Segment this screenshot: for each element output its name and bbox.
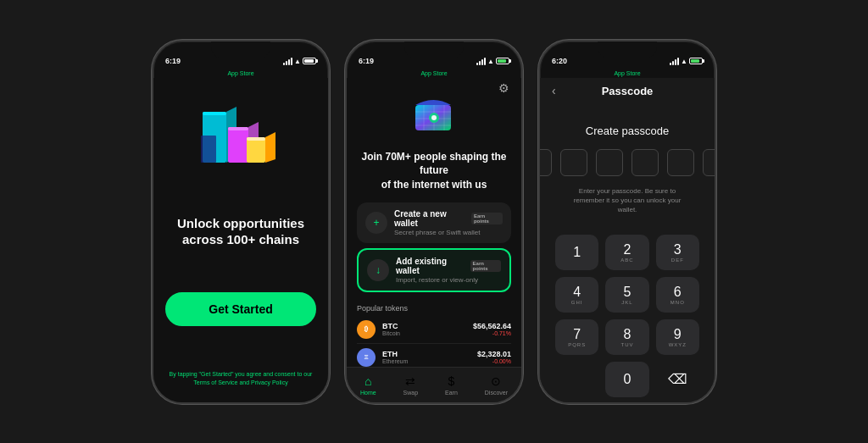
- numpad-empty: [555, 362, 598, 397]
- svg-rect-1: [203, 112, 226, 115]
- terms-text: By tapping "Get Started" you agree and c…: [165, 370, 316, 387]
- time-1: 6:19: [165, 57, 181, 65]
- status-icons-2: ▲: [476, 58, 509, 65]
- discover-icon: ⊙: [491, 374, 501, 388]
- crypto-logo: [194, 95, 287, 171]
- btc-price: $56,562.64 -0.71%: [473, 322, 511, 336]
- num-key-3[interactable]: 3 DEF: [656, 235, 699, 270]
- passcode-hint: Enter your passcode. Be sure to remember…: [552, 186, 703, 215]
- num-key-2[interactable]: 2 ABC: [605, 235, 648, 270]
- nav-home[interactable]: ⌂ Home: [360, 374, 376, 396]
- svg-rect-6: [247, 137, 265, 163]
- appstore-bar-2: App Store: [347, 69, 521, 78]
- token-row-eth[interactable]: Ξ ETH Ethereum $2,328.01 -0.00%: [357, 344, 511, 367]
- get-started-button[interactable]: Get Started: [165, 292, 316, 326]
- signal-icon-3: [670, 58, 679, 65]
- dot-6: [703, 149, 715, 176]
- passcode-section: Create passcode Enter your passcode. Be …: [552, 108, 703, 229]
- nav-discover[interactable]: ⊙ Discover: [485, 374, 508, 396]
- delete-key[interactable]: ⌫: [656, 362, 699, 397]
- back-button[interactable]: ‹: [552, 84, 556, 97]
- appstore-bar-1: App Store: [153, 69, 328, 78]
- token-row-btc[interactable]: ₿ BTC Bitcoin $56,562.64 -0.71%: [357, 316, 511, 344]
- wifi-icon-2: ▲: [487, 58, 494, 65]
- nav-swap[interactable]: ⇄ Swap: [403, 374, 419, 396]
- terms-link-2[interactable]: Privacy Policy: [251, 379, 288, 385]
- phone-3: 6:20 ▲ App Store ‹ Passcode: [538, 40, 716, 404]
- svg-point-18: [431, 115, 437, 120]
- dot-3: [596, 149, 623, 176]
- wifi-icon-3: ▲: [681, 58, 687, 65]
- phone2-title: Join 70M+ people shaping the future of t…: [357, 150, 511, 192]
- eth-price: $2,328.01 -0.00%: [477, 350, 511, 364]
- signal-icon-2: [476, 58, 486, 65]
- numpad: 1 2 ABC 3 DEF 4 GHI 5 JKL: [552, 235, 703, 397]
- battery-icon-2: [496, 58, 509, 64]
- time-2: 6:19: [359, 57, 374, 65]
- dot-5: [667, 149, 694, 176]
- phone-notch-3: [598, 42, 657, 58]
- dot-2: [560, 149, 587, 176]
- num-key-7[interactable]: 7 PQRS: [555, 319, 598, 355]
- add-wallet-text: Add existing wallet Earn points Import, …: [396, 257, 501, 284]
- phone-notch-1: [211, 42, 270, 58]
- wallet-icon-wrap: [357, 88, 511, 143]
- phone1-headline: Unlock opportunities across 100+ chains: [174, 215, 308, 248]
- svg-rect-7: [247, 137, 265, 141]
- add-existing-wallet-option[interactable]: ↓ Add existing wallet Earn points Import…: [357, 248, 511, 292]
- dot-4: [632, 149, 659, 176]
- status-icons-3: ▲: [670, 58, 703, 65]
- svg-rect-9: [201, 136, 216, 163]
- add-wallet-icon: ↓: [367, 259, 389, 281]
- appstore-label-1: App Store: [227, 70, 253, 76]
- create-wallet-icon: +: [365, 212, 387, 234]
- terms-link-1[interactable]: Terms of Service: [193, 379, 237, 385]
- svg-rect-3: [228, 127, 248, 163]
- btc-info: BTC Bitcoin: [382, 322, 466, 336]
- num-key-5[interactable]: 5 JKL: [605, 277, 648, 313]
- battery-icon-3: [689, 58, 703, 64]
- eth-info: ETH Ethereum: [382, 350, 470, 364]
- num-key-9[interactable]: 9 WXYZ: [656, 319, 699, 355]
- num-key-8[interactable]: 8 TUV: [605, 319, 648, 355]
- passcode-title: Passcode: [602, 85, 654, 97]
- wifi-icon-1: ▲: [294, 58, 301, 65]
- num-key-1[interactable]: 1: [555, 235, 598, 270]
- create-wallet-option[interactable]: + Create a new wallet Earn points Secret…: [357, 202, 511, 243]
- nav-earn[interactable]: $ Earn: [445, 374, 458, 396]
- phone2-screen: ⚙: [347, 78, 521, 367]
- battery-icon-1: [303, 58, 316, 64]
- btc-icon: ₿: [357, 320, 376, 339]
- passcode-dots: [540, 149, 715, 176]
- num-key-6[interactable]: 6 MNO: [656, 277, 699, 313]
- phone-notch-2: [404, 42, 464, 58]
- swap-icon: ⇄: [405, 374, 415, 388]
- status-icons-1: ▲: [283, 58, 316, 65]
- num-key-4[interactable]: 4 GHI: [555, 277, 598, 313]
- dot-1: [540, 149, 552, 176]
- phones-container: 6:19 ▲ App Store: [135, 23, 733, 421]
- svg-marker-8: [265, 132, 275, 163]
- eth-icon: Ξ: [357, 348, 376, 367]
- create-passcode-label: Create passcode: [586, 125, 669, 137]
- time-3: 6:20: [552, 57, 567, 65]
- phone-1: 6:19 ▲ App Store: [152, 40, 330, 404]
- bottom-nav: ⌂ Home ⇄ Swap $ Earn ⊙ Discover: [347, 367, 521, 402]
- create-wallet-text: Create a new wallet Earn points Secret p…: [394, 209, 503, 236]
- phone-2: 6:19 ▲ App Store ⚙: [345, 40, 523, 404]
- home-icon: ⌂: [364, 374, 371, 388]
- signal-icon-1: [283, 58, 292, 65]
- appstore-label-2: App Store: [420, 70, 447, 76]
- phone3-screen: ‹ Passcode Create passcode Enter your pa…: [540, 78, 715, 402]
- delete-icon: ⌫: [668, 373, 687, 386]
- appstore-bar-3: App Store: [540, 69, 715, 78]
- num-key-0[interactable]: 0: [605, 362, 648, 397]
- earn-icon: $: [448, 374, 455, 388]
- svg-rect-4: [228, 127, 248, 130]
- phone3-header: ‹ Passcode: [552, 81, 703, 108]
- phone1-screen: Unlock opportunities across 100+ chains …: [153, 78, 328, 402]
- gear-icon[interactable]: ⚙: [498, 81, 509, 95]
- popular-label: Popular tokens: [357, 304, 511, 313]
- appstore-label-3: App Store: [614, 70, 640, 76]
